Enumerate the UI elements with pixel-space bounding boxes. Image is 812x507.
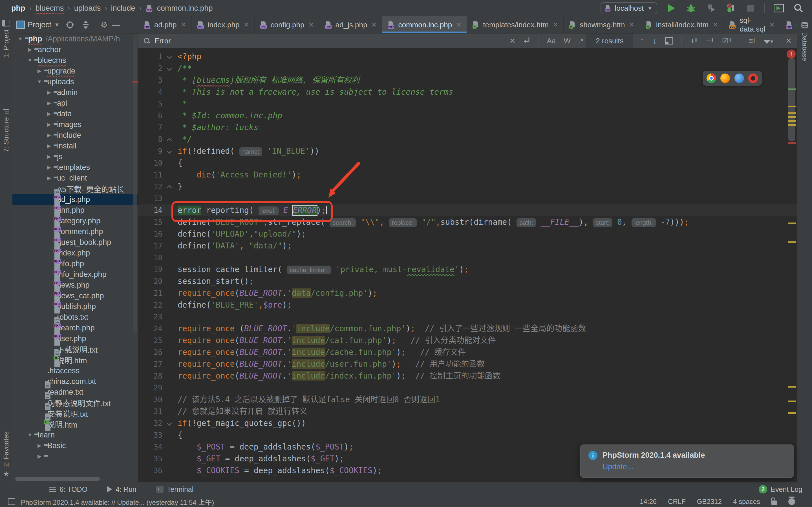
fold-gutter[interactable] xyxy=(162,252,176,264)
line-number[interactable]: 11 xyxy=(138,169,162,181)
encoding-widget[interactable]: GB2312 xyxy=(697,498,722,506)
fold-end-icon[interactable] xyxy=(167,138,172,143)
tree-collapsed-arrow-icon[interactable]: ▶ xyxy=(45,89,54,96)
line-number[interactable]: 5 xyxy=(138,98,162,110)
tree-item[interactable]: ▶install xyxy=(12,140,138,151)
tree-item[interactable]: PHPcomment.php xyxy=(12,226,138,237)
line-number[interactable]: 7 xyxy=(138,122,162,133)
newline-icon[interactable] xyxy=(523,36,530,46)
line-number[interactable]: 26 xyxy=(138,346,162,358)
tab-close-icon[interactable]: ✕ xyxy=(712,21,718,29)
tree-item[interactable]: ▶admin xyxy=(12,87,138,98)
tree-collapsed-arrow-icon[interactable]: ▶ xyxy=(45,100,54,106)
code-text[interactable]: require_once (BLUE_ROOT.'include/common.… xyxy=(176,323,586,335)
tree-item[interactable]: PHPsearch.php xyxy=(12,323,138,333)
fold-gutter[interactable] xyxy=(162,169,176,181)
line-number[interactable]: 18 xyxy=(138,252,162,264)
tree-collapsed-arrow-icon[interactable]: ▶ xyxy=(45,175,54,181)
debug-button[interactable] xyxy=(686,3,697,14)
tab-close-icon[interactable]: ✕ xyxy=(371,21,377,29)
run-with-coverage-button[interactable] xyxy=(705,3,716,14)
tree-item[interactable]: PHPnews_cat.php xyxy=(12,290,138,301)
multiline-search-icon[interactable]: ≡I xyxy=(749,37,755,45)
tree-item[interactable]: ▶templates xyxy=(12,162,138,173)
code-text[interactable]: $_COOKIES = deep_addslashes($_COOKIES); xyxy=(176,465,382,476)
code-text[interactable]: if(!get_magic_quotes_gpc()) xyxy=(176,417,306,429)
tab-close-icon[interactable]: ✕ xyxy=(629,21,635,29)
tree-item[interactable]: readme.txt xyxy=(12,387,138,397)
breadcrumb-bluecms[interactable]: bluecms xyxy=(36,4,64,13)
tree-item[interactable]: PHPinfo.php xyxy=(12,258,138,269)
tree-item[interactable]: PHPuser.php xyxy=(12,333,138,344)
fold-gutter[interactable] xyxy=(162,228,176,240)
line-number[interactable]: 16 xyxy=(138,228,162,240)
tree-item[interactable]: .htaccess xyxy=(12,365,138,376)
fold-gutter[interactable] xyxy=(162,98,176,110)
remove-selection-icon[interactable]: −II xyxy=(706,37,713,45)
attach-debugger-button[interactable] xyxy=(725,3,736,14)
tree-collapsed-arrow-icon[interactable]: ▶ xyxy=(35,443,44,449)
line-number[interactable]: 33 xyxy=(138,429,162,441)
tree-item[interactable]: ▶js xyxy=(12,151,138,162)
fold-gutter[interactable] xyxy=(162,74,176,86)
line-number[interactable]: 1 xyxy=(138,51,162,62)
search-everywhere-icon[interactable] xyxy=(793,3,804,14)
fold-gutter[interactable] xyxy=(162,382,176,394)
editor-tab[interactable]: Hinstall/index.htm✕ xyxy=(640,16,724,33)
tab-close-icon[interactable]: ✕ xyxy=(456,21,462,29)
tree-item[interactable]: chinaz.com.txt xyxy=(12,376,138,387)
code-text[interactable]: session_cache_limiter( cache_limiter: 'p… xyxy=(176,264,469,276)
fold-gutter[interactable] xyxy=(162,157,176,169)
fold-gutter[interactable] xyxy=(162,323,176,335)
fold-gutter[interactable] xyxy=(162,465,176,476)
line-number[interactable]: 29 xyxy=(138,382,162,394)
fold-gutter[interactable] xyxy=(162,133,176,145)
editor-tab[interactable]: SQLsql-data.sql✕ xyxy=(723,16,780,33)
inspection-error-badge[interactable]: ! xyxy=(786,50,796,59)
hide-panel-icon[interactable]: — xyxy=(112,20,120,29)
fold-gutter[interactable] xyxy=(162,346,176,358)
tree-collapsed-arrow-icon[interactable]: ▶ xyxy=(45,154,54,160)
tree-item[interactable]: robots.txt xyxy=(12,312,138,323)
code-text[interactable]: { xyxy=(176,429,183,441)
code-text[interactable]: */ xyxy=(176,133,192,145)
fold-gutter[interactable] xyxy=(162,453,176,465)
line-number[interactable]: 27 xyxy=(138,358,162,370)
tree-expanded-arrow-icon[interactable]: ▼ xyxy=(26,432,35,438)
fold-gutter[interactable] xyxy=(162,276,176,287)
code-text[interactable]: * [bluecms]版权所有 标准网络, 保留所有权利 xyxy=(176,74,359,86)
tree-collapsed-arrow-icon[interactable]: ▶ xyxy=(45,111,54,117)
code-text[interactable]: } xyxy=(176,181,183,193)
fold-gutter[interactable] xyxy=(162,311,176,323)
fold-gutter[interactable] xyxy=(162,205,176,216)
collapse-all-button[interactable] xyxy=(80,19,91,31)
code-text[interactable] xyxy=(176,311,177,323)
add-selection-icon[interactable]: +II xyxy=(690,37,698,45)
code-text[interactable]: require_once(BLUE_ROOT.'include/cache.fu… xyxy=(176,346,466,358)
fold-gutter[interactable] xyxy=(162,335,176,346)
tree-expanded-arrow-icon[interactable]: ▼ xyxy=(35,79,44,85)
breadcrumb-uploads[interactable]: uploads xyxy=(74,4,101,13)
status-message[interactable]: PhpStorm 2020.1.4 available: // Update..… xyxy=(21,497,214,507)
code-text[interactable]: define('BLUE_ROOT',str_replace( search: … xyxy=(176,216,689,228)
tool-button-structure[interactable]: 7: Structure xyxy=(0,109,12,152)
editor-tab[interactable]: Hshowmsg.htm✕ xyxy=(564,16,640,33)
code-text[interactable]: define('DATA', "data/"); xyxy=(176,240,292,252)
line-number[interactable]: 17 xyxy=(138,240,162,252)
tree-collapsed-arrow-icon[interactable]: ▶ xyxy=(45,143,54,149)
tree-item[interactable]: A5下载- 更全的站长 xyxy=(12,183,138,194)
code-text[interactable]: if(!defined( name: 'IN_BLUE')) xyxy=(176,145,319,157)
search-input[interactable]: Error xyxy=(154,37,171,45)
tree-item[interactable]: PHPindex.php xyxy=(12,247,138,258)
editor-scrollbar[interactable] xyxy=(788,58,795,142)
line-number[interactable]: 20 xyxy=(138,276,162,287)
tree-item[interactable]: ▼php /Applications/MAMP/h xyxy=(12,34,138,44)
match-case-toggle[interactable]: Aa xyxy=(547,37,556,45)
line-number[interactable]: 9 xyxy=(138,145,162,157)
fold-gutter[interactable] xyxy=(162,394,176,406)
code-text[interactable]: * xyxy=(176,98,187,110)
code-text[interactable]: // 意就是如果没有开启 就进行转义 xyxy=(176,406,307,417)
whole-words-toggle[interactable]: W xyxy=(564,37,571,45)
code-text[interactable]: <?php xyxy=(176,51,201,62)
tree-item[interactable]: PHPad_js.php xyxy=(12,194,138,205)
